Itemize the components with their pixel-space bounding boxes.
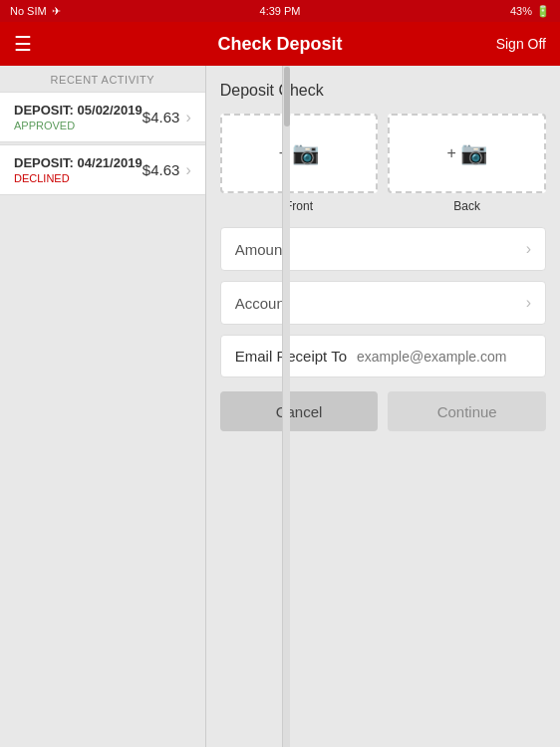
front-photo-capture: + 📷 Front: [220, 114, 379, 213]
deposit-amount: $4.63: [142, 161, 180, 178]
main-layout: RECENT ACTIVITY DEPOSIT: 05/02/2019 APPR…: [0, 66, 560, 747]
right-panel: Deposit Check + 📷 Front + 📷 Back Amount: [206, 66, 560, 747]
deposit-item-info: DEPOSIT: 04/21/2019 DECLINED: [14, 155, 142, 184]
scrollbar[interactable]: [282, 66, 290, 747]
left-panel: RECENT ACTIVITY DEPOSIT: 05/02/2019 APPR…: [0, 66, 206, 747]
status-bar-right: 43% 🔋: [510, 5, 550, 18]
battery-label: 43%: [510, 5, 532, 17]
continue-button[interactable]: Continue: [388, 391, 546, 431]
cancel-button[interactable]: Cancel: [220, 391, 379, 431]
deposit-status: DECLINED: [14, 172, 142, 184]
deposit-check-title: Deposit Check: [220, 82, 546, 100]
deposit-item[interactable]: DEPOSIT: 04/21/2019 DECLINED $4.63 ›: [0, 144, 205, 195]
deposit-right: $4.63 ›: [142, 109, 191, 126]
deposit-right: $4.63 ›: [142, 161, 191, 179]
chevron-right-icon: ›: [185, 109, 190, 126]
sign-off-button[interactable]: Sign Off: [496, 36, 546, 52]
status-bar: No SIM ✈ 4:39 PM 43% 🔋: [0, 0, 560, 22]
back-label: Back: [453, 199, 480, 213]
photo-row: + 📷 Front + 📷 Back: [220, 114, 546, 213]
battery-icon: 🔋: [536, 5, 550, 18]
scrollbar-thumb: [284, 67, 290, 126]
account-label: Account: [235, 295, 289, 312]
email-input[interactable]: [357, 349, 531, 365]
amount-chevron-icon: ›: [526, 240, 531, 258]
email-receipt-label: Email Receipt To: [235, 348, 347, 365]
deposit-label: DEPOSIT: 04/21/2019: [14, 155, 142, 170]
menu-icon[interactable]: ☰: [14, 34, 32, 54]
account-field[interactable]: Account ›: [220, 281, 546, 325]
account-chevron-icon: ›: [526, 294, 531, 312]
wifi-icon: ✈: [52, 5, 61, 18]
chevron-right-icon: ›: [185, 161, 190, 179]
deposit-item[interactable]: DEPOSIT: 05/02/2019 APPROVED $4.63 ›: [0, 92, 205, 142]
camera-icon: 📷: [460, 140, 487, 166]
amount-field[interactable]: Amount ›: [220, 227, 546, 271]
button-row: Cancel Continue: [220, 391, 546, 431]
status-bar-left: No SIM ✈: [10, 5, 61, 18]
status-bar-time: 4:39 PM: [260, 5, 301, 17]
page-title: Check Deposit: [217, 34, 342, 55]
back-photo-button[interactable]: + 📷: [388, 114, 546, 193]
camera-icon: 📷: [292, 140, 319, 166]
deposit-item-info: DEPOSIT: 05/02/2019 APPROVED: [14, 103, 142, 131]
recent-activity-header: RECENT ACTIVITY: [0, 66, 205, 92]
carrier-label: No SIM: [10, 5, 47, 17]
app-header: ☰ Check Deposit Sign Off: [0, 22, 560, 66]
email-receipt-field: Email Receipt To: [220, 335, 546, 377]
amount-label: Amount: [235, 241, 287, 258]
deposit-status: APPROVED: [14, 120, 142, 131]
plus-icon: +: [447, 144, 456, 162]
deposit-label: DEPOSIT: 05/02/2019: [14, 103, 142, 118]
back-photo-capture: + 📷 Back: [388, 114, 546, 213]
deposit-amount: $4.63: [142, 109, 180, 125]
front-photo-button[interactable]: + 📷: [220, 114, 379, 193]
